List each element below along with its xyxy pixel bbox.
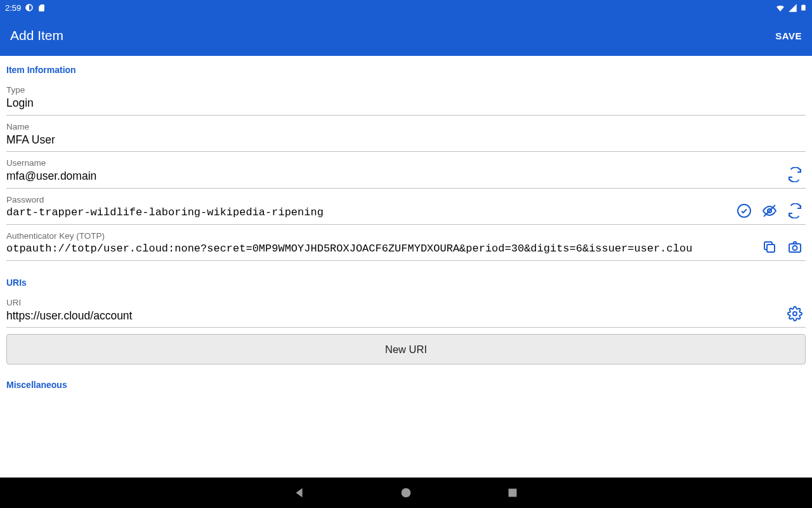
- field-totp[interactable]: Authenticator Key (TOTP) otpauth://totp/…: [6, 225, 806, 261]
- field-password-label: Password: [6, 195, 728, 204]
- status-bar: 2:59: [0, 0, 812, 15]
- nav-recent-button[interactable]: [504, 484, 521, 502]
- nav-back-button[interactable]: [291, 484, 308, 502]
- field-username[interactable]: Username mfa@user.domain: [6, 152, 806, 189]
- svg-rect-8: [509, 489, 517, 497]
- refresh-icon[interactable]: [787, 166, 803, 183]
- svg-point-0: [738, 204, 750, 217]
- gear-icon[interactable]: [787, 305, 803, 322]
- new-uri-button[interactable]: New URI: [6, 334, 806, 364]
- field-name[interactable]: Name MFA User: [6, 116, 806, 152]
- app-bar: Add Item SAVE: [0, 15, 812, 56]
- page-title: Add Item: [10, 28, 63, 43]
- section-item-information: Item Information: [6, 56, 806, 79]
- field-password-value: dart-trapper-wildlife-laboring-wikipedia…: [6, 206, 728, 220]
- save-button[interactable]: SAVE: [775, 30, 802, 41]
- refresh-icon[interactable]: [787, 203, 803, 219]
- field-name-value: MFA User: [6, 133, 806, 148]
- sd-card-icon: [37, 4, 46, 12]
- field-name-label: Name: [6, 122, 806, 131]
- field-password[interactable]: Password dart-trapper-wildlife-laboring-…: [6, 189, 806, 225]
- wifi-icon: [775, 3, 785, 13]
- field-uri-label: URI: [6, 298, 779, 307]
- form-content[interactable]: Item Information Type Login Name MFA Use…: [0, 56, 812, 478]
- new-uri-label: New URI: [385, 344, 427, 356]
- section-uris: URIs: [6, 269, 806, 291]
- battery-icon: [800, 3, 807, 13]
- svg-point-6: [793, 312, 797, 316]
- svg-point-7: [402, 488, 411, 498]
- svg-point-5: [793, 246, 797, 250]
- field-type-value: Login: [6, 96, 806, 111]
- field-totp-value: otpauth://totp/user.cloud:none?secret=0M…: [6, 242, 754, 257]
- circle-outline-icon: [25, 3, 34, 12]
- status-time: 2:59: [5, 3, 21, 13]
- field-type-label: Type: [6, 85, 806, 95]
- svg-rect-4: [789, 244, 801, 252]
- field-uri-value: https://user.cloud/account: [6, 309, 779, 324]
- copy-icon[interactable]: [761, 239, 778, 255]
- section-miscellaneous: Miscellaneous: [6, 364, 806, 390]
- field-uri[interactable]: URI https://user.cloud/account: [6, 291, 806, 328]
- field-totp-label: Authenticator Key (TOTP): [6, 231, 754, 241]
- svg-rect-3: [767, 244, 775, 252]
- field-username-value: mfa@user.domain: [6, 169, 779, 184]
- android-nav-bar: [0, 478, 812, 508]
- signal-icon: [788, 3, 797, 13]
- camera-icon[interactable]: [787, 239, 803, 255]
- field-username-label: Username: [6, 158, 779, 168]
- check-circle-icon[interactable]: [736, 203, 752, 219]
- field-type[interactable]: Type Login: [6, 79, 806, 116]
- eye-off-icon[interactable]: [761, 203, 778, 219]
- nav-home-button[interactable]: [397, 484, 415, 502]
